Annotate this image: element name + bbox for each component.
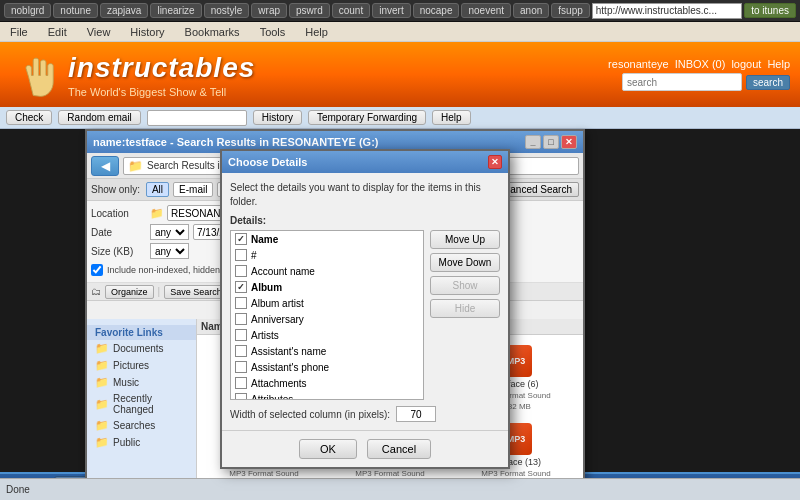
dialog-close-button[interactable]: ✕ — [488, 155, 502, 169]
sidebar-item-searches[interactable]: 📁 Searches — [87, 417, 196, 434]
toolbar-anon[interactable]: anon — [513, 3, 549, 18]
choose-details-dialog: Choose Details ✕ Select the details you … — [220, 149, 510, 469]
item-label-attachments: Attachments — [251, 378, 307, 389]
dialog-list-item-album[interactable]: ✓ Album — [231, 279, 423, 295]
browser-toolbar: noblgrd notune zapjava linearize nostyle… — [0, 0, 800, 22]
toolbar-nostyle[interactable]: nostyle — [204, 3, 250, 18]
move-up-button[interactable]: Move Up — [430, 230, 500, 249]
dialog-list-item-name[interactable]: ✓ Name — [231, 231, 423, 247]
temp-forwarding-button[interactable]: Temporary Forwarding — [308, 110, 426, 125]
file-info: MP3 Format Sound — [481, 469, 550, 478]
search-button[interactable]: search — [746, 75, 790, 90]
sidebar-public-label: Public — [113, 437, 140, 448]
sidebar-item-music[interactable]: 📁 Music — [87, 374, 196, 391]
width-label: Width of selected column (in pixels): — [230, 409, 390, 420]
history-button[interactable]: History — [253, 110, 302, 125]
dialog-details-label: Details: — [230, 215, 500, 226]
include-hidden-checkbox[interactable] — [91, 264, 103, 276]
item-label-album: Album — [251, 282, 282, 293]
check-attributes — [235, 393, 247, 400]
toolbar-wrap[interactable]: wrap — [251, 3, 287, 18]
banner-right: resonanteye INBOX (0) logout Help search — [608, 58, 790, 91]
menu-bookmarks[interactable]: Bookmarks — [181, 24, 244, 40]
menu-history[interactable]: History — [126, 24, 168, 40]
fe-close-button[interactable]: ✕ — [561, 135, 577, 149]
toolbar-invert[interactable]: invert — [372, 3, 410, 18]
documents-icon: 📁 — [95, 342, 109, 355]
sidebar-item-recently-changed[interactable]: 📁 Recently Changed — [87, 391, 196, 417]
toolbar-fsupp[interactable]: fsupp — [551, 3, 589, 18]
menu-bar: File Edit View History Bookmarks Tools H… — [0, 22, 800, 42]
go-button[interactable]: to itunes — [744, 3, 796, 18]
save-search-btn[interactable]: Save Search — [164, 285, 228, 299]
dialog-list-item-attributes[interactable]: Attributes — [231, 391, 423, 400]
toolbar-linearize[interactable]: linearize — [150, 3, 201, 18]
dialog-list-item-anniversary[interactable]: Anniversary — [231, 311, 423, 327]
menu-file[interactable]: File — [6, 24, 32, 40]
dialog-list-item-album-artist[interactable]: Album artist — [231, 295, 423, 311]
show-email-btn[interactable]: E-mail — [173, 182, 213, 197]
back-button[interactable]: ◀ — [91, 156, 119, 176]
random-email-button[interactable]: Random email — [58, 110, 140, 125]
show-button[interactable]: Show — [430, 276, 500, 295]
menu-help[interactable]: Help — [301, 24, 332, 40]
dialog-description: Select the details you want to display f… — [230, 181, 500, 209]
menu-tools[interactable]: Tools — [256, 24, 290, 40]
help-button2[interactable]: Help — [432, 110, 471, 125]
search-input[interactable] — [622, 73, 742, 91]
second-toolbar: Check Random email History Temporary For… — [0, 107, 800, 129]
pictures-icon: 📁 — [95, 359, 109, 372]
item-label-assistant-phone: Assistant's phone — [251, 362, 329, 373]
toolbar-count[interactable]: count — [332, 3, 370, 18]
toolbar-notune[interactable]: notune — [53, 3, 98, 18]
size-select[interactable]: any — [150, 243, 189, 259]
banner-inbox[interactable]: INBOX (0) — [675, 58, 726, 70]
show-all-btn[interactable]: All — [146, 182, 169, 197]
minimize-button[interactable]: _ — [525, 135, 541, 149]
toolbar-noevent[interactable]: noevent — [461, 3, 511, 18]
banner-logout[interactable]: logout — [731, 58, 761, 70]
sidebar-documents-label: Documents — [113, 343, 164, 354]
move-down-button[interactable]: Move Down — [430, 253, 500, 272]
check-button[interactable]: Check — [6, 110, 52, 125]
cancel-button[interactable]: Cancel — [367, 439, 431, 459]
sidebar-item-pictures[interactable]: 📁 Pictures — [87, 357, 196, 374]
url-bar[interactable] — [592, 3, 742, 19]
fe-sidebar: Favorite Links 📁 Documents 📁 Pictures 📁 — [87, 319, 197, 479]
item-label-assistant-name: Assistant's name — [251, 346, 326, 357]
maximize-button[interactable]: □ — [543, 135, 559, 149]
main-content: name:testface - Search Results in RESONA… — [0, 129, 800, 472]
sidebar-pictures-label: Pictures — [113, 360, 149, 371]
menu-edit[interactable]: Edit — [44, 24, 71, 40]
second-toolbar-input[interactable] — [147, 110, 247, 126]
organize-btn[interactable]: Organize — [105, 285, 154, 299]
dialog-list-item-artists[interactable]: Artists — [231, 327, 423, 343]
dialog-width-row: Width of selected column (in pixels): — [230, 406, 500, 422]
dialog-list-area: ✓ Name # Account name ✓ Album — [230, 230, 500, 400]
width-input[interactable] — [396, 406, 436, 422]
toolbar-noblgrd[interactable]: noblgrd — [4, 3, 51, 18]
toolbar-nocape[interactable]: nocape — [413, 3, 460, 18]
logo-area: instructables The World's Biggest Show &… — [10, 47, 255, 102]
dialog-list-item-attachments[interactable]: Attachments — [231, 375, 423, 391]
file-info: MP3 Format Sound — [229, 469, 298, 478]
dialog-list-item-hash[interactable]: # — [231, 247, 423, 263]
item-label-account: Account name — [251, 266, 315, 277]
toolbar-zapjava[interactable]: zapjava — [100, 3, 148, 18]
banner-help[interactable]: Help — [767, 58, 790, 70]
searches-icon: 📁 — [95, 419, 109, 432]
date-select[interactable]: any — [150, 224, 189, 240]
hide-button[interactable]: Hide — [430, 299, 500, 318]
dialog-list-item-assistant-phone[interactable]: Assistant's phone — [231, 359, 423, 375]
dialog-list-item-assistant-name[interactable]: Assistant's name — [231, 343, 423, 359]
toolbar-pswrd[interactable]: pswrd — [289, 3, 330, 18]
check-album: ✓ — [235, 281, 247, 293]
dialog-title-text: Choose Details — [228, 156, 488, 168]
sidebar-item-documents[interactable]: 📁 Documents — [87, 340, 196, 357]
dialog-list-item-account[interactable]: Account name — [231, 263, 423, 279]
sidebar-item-public[interactable]: 📁 Public — [87, 434, 196, 451]
item-label-artists: Artists — [251, 330, 279, 341]
menu-view[interactable]: View — [83, 24, 115, 40]
ok-button[interactable]: OK — [299, 439, 357, 459]
date-label: Date — [91, 227, 146, 238]
